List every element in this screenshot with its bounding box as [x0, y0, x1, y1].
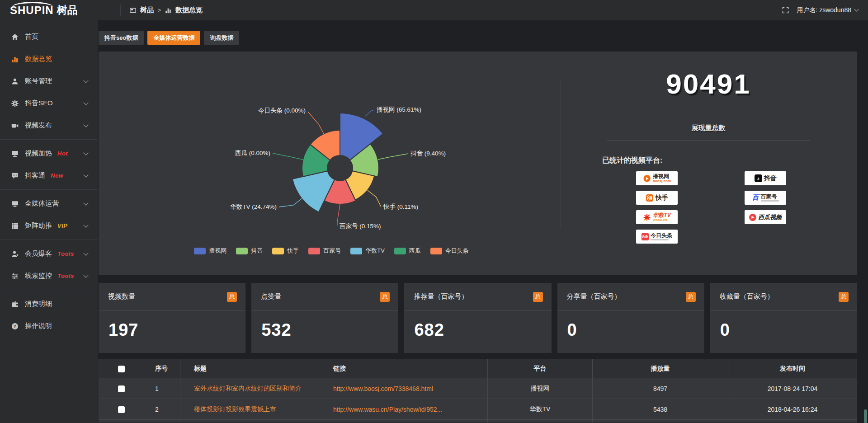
- cell-title[interactable]: 楼体投影灯投影效果震撼上市: [180, 399, 318, 420]
- sidebar-divider: [0, 240, 98, 240]
- row-checkbox[interactable]: [118, 385, 125, 392]
- legend-swatch: [394, 248, 406, 254]
- pie-label-6: 今日头条 (0.00%): [258, 107, 306, 114]
- sidebar-item-label: 抖客通: [25, 171, 45, 180]
- stat-card-title: 推荐量（百家号）: [414, 292, 468, 301]
- sidebar-item-label: 会员爆客: [25, 249, 52, 258]
- sidebar-item-label: 操作说明: [25, 322, 52, 330]
- cell-title[interactable]: 室外水纹灯和室内水纹灯的区别和简介: [180, 378, 318, 399]
- legend-label: 播视网: [209, 247, 226, 255]
- legend-item-1[interactable]: 抖音: [236, 247, 263, 255]
- tab-2[interactable]: 询盘数据: [204, 31, 239, 45]
- select-all-checkbox[interactable]: [118, 366, 125, 372]
- video-table: 序号标题链接平台播放量发布时间1室外水纹灯和室内水纹灯的区别和简介http://…: [99, 359, 857, 423]
- legend-item-5[interactable]: 西瓜: [394, 247, 421, 255]
- sidebar-item-grid[interactable]: 矩阵助推VIP: [0, 215, 98, 237]
- pie-slice-4[interactable]: [292, 171, 335, 212]
- stat-card-1: 点赞量总532: [251, 283, 398, 353]
- stat-card-title: 收藏量（百家号）: [720, 292, 774, 301]
- platform-badge-baijiahao: 百百家号: [745, 191, 786, 205]
- platforms-title: 已统计的视频平台:: [602, 156, 662, 165]
- breadcrumb-root[interactable]: 树品: [140, 6, 154, 14]
- svg-text:?: ?: [14, 324, 16, 329]
- wallet-icon: [11, 301, 19, 308]
- platform-baijiahao-icon: 百: [752, 193, 759, 202]
- legend-item-6[interactable]: 今日头条: [430, 247, 469, 255]
- pie-label-1: 抖音 (9.40%): [410, 150, 446, 157]
- sidebar-item-label: 线索监控: [25, 272, 52, 280]
- sidebar-item-label: 消费明细: [25, 300, 52, 308]
- stat-card-value: 532: [251, 311, 398, 340]
- legend-label: 西瓜: [409, 247, 421, 255]
- pie-label-line-3: [337, 204, 340, 226]
- sidebar-item-member[interactable]: 会员爆客Tools: [0, 243, 98, 265]
- question-icon: ?: [11, 323, 19, 330]
- platform-boosj-icon: [643, 174, 651, 183]
- legend-item-3[interactable]: 百家号: [308, 247, 341, 255]
- cell-plays: 5438: [593, 399, 728, 420]
- chevron-down-icon: [83, 250, 88, 255]
- logo-text-en: SHUPIN: [10, 5, 54, 16]
- chevron-down-icon: [854, 7, 859, 12]
- row-select-cell: [99, 399, 144, 420]
- column-header-link: 链接: [318, 359, 488, 378]
- cell-link[interactable]: http://www.wasu.cn/Play/show/id/952...: [318, 399, 488, 420]
- stat-card-title: 视频数量: [108, 292, 135, 301]
- sidebar-item-gear[interactable]: 抖音SEO: [0, 92, 98, 114]
- legend-label: 抖音: [251, 247, 263, 255]
- gear-icon: [11, 100, 19, 107]
- grid-icon: [11, 222, 19, 230]
- logo-text-cn: 树品: [57, 5, 78, 15]
- column-header-plays: 播放量: [593, 359, 728, 378]
- cell-platform: 华数TV: [488, 399, 593, 420]
- pie-label-line-2: [368, 190, 381, 207]
- platform-toutiao-icon: 头条: [642, 233, 649, 240]
- row-checkbox[interactable]: [118, 406, 125, 413]
- legend-item-2[interactable]: 快手: [272, 247, 299, 255]
- sidebar-item-sliders[interactable]: 线索监控Tools: [0, 265, 98, 287]
- legend-swatch: [236, 248, 248, 254]
- stat-card-value: 0: [710, 311, 857, 340]
- stat-card-header: 点赞量总: [251, 283, 398, 311]
- platform-name: 快手: [656, 194, 668, 202]
- sidebar-item-wallet[interactable]: 消费明细: [0, 293, 98, 315]
- main-content: 抖音seo数据全媒体运营数据询盘数据 播视网 (65.61%)抖音 (9.40%…: [98, 20, 868, 423]
- breadcrumb: 树品 > 数据总览: [130, 6, 203, 14]
- legend-item-4[interactable]: 华数TV: [350, 247, 385, 255]
- username-label: 用户名: zswodun88: [797, 6, 851, 14]
- stat-cards: 视频数量总197点赞量总532推荐量（百家号）总682分享量（百家号）总0收藏量…: [99, 283, 857, 353]
- user-menu[interactable]: 用户名: zswodun88: [797, 6, 858, 14]
- pie-label-5: 西瓜 (0.00%): [235, 150, 270, 156]
- breadcrumb-separator: >: [158, 7, 161, 14]
- tab-1[interactable]: 全媒体运营数据: [147, 31, 200, 45]
- sidebar-item-video[interactable]: 视频发布: [0, 114, 98, 136]
- cell-plays: 8497: [593, 378, 728, 399]
- summary-panel: 90491 展现量总数 已统计的视频平台: 播视网boosj.com♪抖音快手百…: [561, 52, 856, 275]
- total-badge: 总: [380, 292, 390, 302]
- legend-label: 今日头条: [445, 247, 469, 255]
- scrollbar-thumb[interactable]: [864, 409, 867, 423]
- sidebar-item-heat[interactable]: 视频加热Hot: [0, 142, 98, 164]
- sidebar-item-question[interactable]: ?操作说明: [0, 315, 98, 337]
- platform-xigua-icon: ▶: [749, 214, 756, 221]
- cell-link[interactable]: http://www.boosj.com/7338468.html: [318, 378, 488, 399]
- sidebar-item-user[interactable]: 账号管理: [0, 70, 98, 92]
- pie-label-4: 华数TV (24.74%): [230, 203, 277, 210]
- sidebar-item-home[interactable]: 首页: [0, 26, 98, 48]
- bar-chart-icon: [165, 7, 171, 14]
- platform-name: 抖音: [764, 174, 777, 183]
- chevron-down-icon: [83, 150, 88, 155]
- sidebar-item-chat[interactable]: 抖客通New: [0, 164, 98, 187]
- sidebar-item-chart[interactable]: 数据总览: [0, 48, 98, 70]
- platform-name: 华数TV: [653, 212, 670, 218]
- total-badge: 总: [533, 292, 543, 302]
- cell-no: 2: [144, 399, 180, 420]
- table-row: 1室外水纹灯和室内水纹灯的区别和简介http://www.boosj.com/7…: [99, 378, 857, 399]
- tab-0[interactable]: 抖音seo数据: [99, 31, 144, 45]
- legend-item-0[interactable]: 播视网: [194, 247, 226, 255]
- fullscreen-icon[interactable]: [782, 7, 789, 14]
- sidebar-item-tag: Tools: [57, 250, 74, 257]
- cell-empty: [488, 420, 593, 423]
- chevron-down-icon: [83, 100, 88, 105]
- sidebar-item-monitor[interactable]: 全媒体运营: [0, 193, 98, 215]
